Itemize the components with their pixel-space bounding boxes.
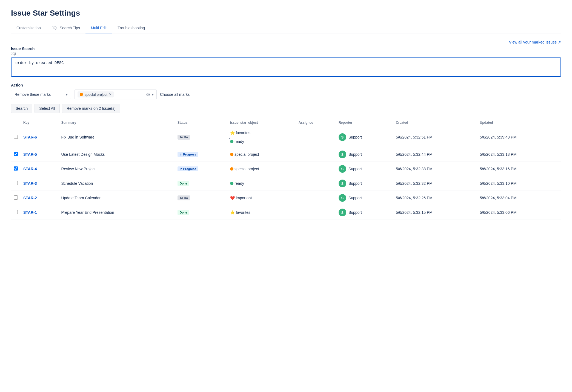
status-badge: In Progress [178,152,199,157]
tab-troubleshooting[interactable]: Troubleshooting [112,23,150,33]
issue-created: 5/6/2024, 5:32:51 PM [393,127,477,147]
jql-input[interactable]: order by created DESC [11,57,561,77]
select-all-button[interactable]: Select All [35,104,60,113]
search-button[interactable]: Search [11,104,32,113]
issue-summary: Schedule Vacation [58,176,175,191]
issue-key[interactable]: STAR-2 [23,196,37,200]
issue-key[interactable]: STAR-4 [23,167,37,171]
issue-assignee [296,162,336,176]
tab-multi-edit[interactable]: Multi Edit [85,23,112,33]
issue-key[interactable]: STAR-1 [23,210,37,215]
mark-label: special project [234,152,259,157]
col-checkbox [11,119,21,127]
avatar: S [339,133,346,141]
col-assignee: Assignee [296,119,336,127]
status-badge: In Progress [178,166,199,171]
issue-updated: 5/6/2024, 5:33:06 PM [477,205,561,220]
row-checkbox-2[interactable] [14,166,18,171]
status-badge: To Do [178,135,190,140]
reporter-name: Support [348,210,362,215]
button-row: Search Select All Remove marks on 2 Issu… [11,104,561,113]
page-title: Issue Star Settings [11,9,561,18]
issues-table: Key Summary Status issue_star_object Ass… [11,119,561,220]
issue-key[interactable]: STAR-3 [23,181,37,186]
tab-customization[interactable]: Customization [11,23,46,33]
reporter-name: Support [348,152,362,157]
row-checkbox-3[interactable] [14,181,18,185]
issue-star-object: special project [227,162,296,176]
issue-reporter: SSupport [336,147,393,162]
clear-marks-icon[interactable]: ⊗ [146,91,150,97]
table-row: STAR-5Use Latest Design MocksIn Progress… [11,147,561,162]
issue-created: 5/6/2024, 5:32:15 PM [393,205,477,220]
col-summary: Summary [58,119,175,127]
marks-select[interactable]: special project × ⊗ ▾ [75,90,157,99]
mark-label: favorites [236,210,250,215]
choose-all-marks[interactable]: Choose all marks [160,92,190,97]
marks-chevron-icon[interactable]: ▾ [152,92,154,97]
row-checkbox-1[interactable] [14,152,18,156]
issue-updated: 5/6/2024, 5:33:16 PM [477,162,561,176]
top-row: View all your marked Issues ↗ [11,40,561,44]
issue-key[interactable]: STAR-6 [23,135,37,139]
table-row: STAR-4Review New ProjectIn Progressspeci… [11,162,561,176]
mark-icon: ⭐ [230,210,235,215]
issue-created: 5/6/2024, 5:32:38 PM [393,162,477,176]
mark-label: important [236,196,252,200]
reporter-name: Support [348,167,362,171]
mark-label: favorites [236,131,250,135]
issue-key[interactable]: STAR-5 [23,152,37,157]
chevron-down-icon: ▾ [66,92,68,97]
col-key: Key [21,119,58,127]
table-row: STAR-2Update Team CalendarTo Do❤️importa… [11,191,561,205]
avatar: S [339,180,346,187]
mark-dot [230,167,233,171]
col-status: Status [175,119,227,127]
marks-select-actions: ⊗ ▾ [146,91,154,97]
avatar: S [339,151,346,158]
row-checkbox-4[interactable] [14,195,18,200]
col-issue-star-object: issue_star_object [227,119,296,127]
remove-tag-icon[interactable]: × [109,92,111,97]
table-row: STAR-6Fix Bug in SoftwareTo Do⭐favorites… [11,127,561,147]
issue-search-label: Issue Search [11,47,561,51]
action-dropdown[interactable]: Remove these marks ▾ [11,90,71,99]
remove-marks-button[interactable]: Remove marks on 2 Issue(s) [62,104,120,113]
col-created: Created [393,119,477,127]
issue-created: 5/6/2024, 5:32:32 PM [393,176,477,191]
issue-reporter: SSupport [336,162,393,176]
issue-assignee [296,191,336,205]
reporter-name: Support [348,196,362,200]
mark-icon: ⭐ [230,131,235,135]
issue-reporter: SSupport [336,176,393,191]
action-dropdown-label: Remove these marks [15,92,51,97]
issue-summary: Use Latest Design Mocks [58,147,175,162]
action-section: Action Remove these marks ▾ special proj… [11,83,561,99]
issue-summary: Prepare Year End Presentation [58,205,175,220]
avatar: S [339,209,346,216]
issue-assignee [296,127,336,147]
col-reporter: Reporter [336,119,393,127]
issue-assignee [296,147,336,162]
issue-star-object: special project [227,147,296,162]
issue-summary: Review New Project [58,162,175,176]
row-checkbox-5[interactable] [14,210,18,214]
mark-dot [230,140,233,143]
mark-dot [230,153,233,156]
issue-reporter: SSupport [336,205,393,220]
view-all-link[interactable]: View all your marked Issues ↗ [509,40,561,44]
row-checkbox-0[interactable] [14,135,18,139]
status-badge: Done [178,181,190,186]
issue-search-section: Issue Search JQL order by created DESC [11,47,561,77]
issue-reporter: SSupport [336,127,393,147]
issue-summary: Fix Bug in Software [58,127,175,147]
status-badge: Done [178,210,190,215]
issue-assignee [296,205,336,220]
mark-label: special project [234,167,259,171]
avatar: S [339,194,346,202]
tab-jql-search-tips[interactable]: JQL Search Tips [46,23,85,33]
mark-icon: ❤️ [230,196,235,200]
table-row: STAR-1Prepare Year End PresentationDone⭐… [11,205,561,220]
mark-dot [230,182,233,185]
table-container: Key Summary Status issue_star_object Ass… [11,119,561,220]
